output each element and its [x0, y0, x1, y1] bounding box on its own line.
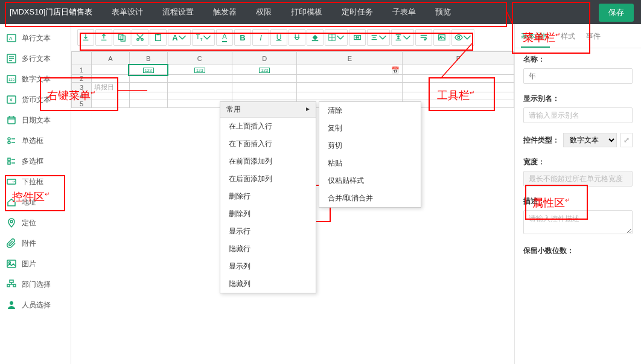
tab-basic[interactable]: 基本属性 — [521, 27, 550, 48]
cell[interactable] — [403, 65, 514, 75]
col-header-f[interactable]: F — [403, 52, 514, 65]
cm-insert-row-below[interactable]: 在下面插入行 — [220, 135, 316, 153]
lock-icon[interactable]: ⤢ — [620, 133, 633, 147]
cell[interactable] — [297, 75, 403, 83]
cm-hide-col[interactable]: 隐藏列 — [220, 275, 316, 293]
ctrl-number[interactable]: 123数字文本 — [0, 69, 71, 89]
cm-hide-row[interactable]: 隐藏行 — [220, 240, 316, 258]
cell[interactable] — [129, 100, 167, 108]
cm-delete-col[interactable]: 删除列 — [220, 205, 316, 223]
cm-merge[interactable]: 合并/取消合并 — [319, 190, 421, 207]
tool-border[interactable] — [325, 29, 348, 46]
cell[interactable]: 📅 — [297, 65, 403, 75]
cm-clear[interactable]: 清除 — [319, 102, 421, 120]
cell[interactable] — [232, 92, 296, 100]
tool-fillcolor[interactable] — [307, 29, 324, 46]
cm-copy[interactable]: 复制 — [319, 120, 421, 137]
tool-fontsize[interactable]: TT — [192, 29, 215, 46]
cell[interactable] — [92, 75, 130, 83]
row-header[interactable]: 4 — [72, 92, 92, 100]
tab-event[interactable]: 事件 — [586, 27, 601, 48]
row-header[interactable]: 1 — [72, 65, 92, 75]
context-menu-header[interactable]: 常用▸ — [220, 102, 316, 118]
tool-italic[interactable]: I — [252, 29, 269, 46]
prop-type-select[interactable]: 数字文本 — [563, 133, 617, 147]
save-button[interactable]: 保存 — [599, 4, 634, 22]
cell[interactable] — [92, 65, 130, 75]
cm-delete-row[interactable]: 删除行 — [220, 188, 316, 205]
tool-font[interactable]: A — [168, 29, 191, 46]
cm-insert-col-before[interactable]: 在前面添加列 — [220, 153, 316, 170]
cm-cut[interactable]: 剪切 — [319, 137, 421, 155]
cell[interactable] — [92, 100, 130, 108]
cell[interactable] — [232, 75, 296, 83]
menu-form-design[interactable]: 表单设计 — [102, 0, 153, 24]
ctrl-select[interactable]: 下拉框 — [0, 171, 71, 192]
corner-cell[interactable] — [72, 52, 92, 65]
cm-paste-style[interactable]: 仅粘贴样式 — [319, 172, 421, 190]
cell[interactable] — [232, 83, 296, 92]
cell[interactable] — [129, 92, 167, 100]
col-header-b[interactable]: B — [129, 52, 167, 65]
col-header-a[interactable]: A — [92, 52, 130, 65]
ctrl-location[interactable]: 定位 — [0, 212, 71, 233]
cell[interactable] — [403, 83, 514, 92]
prop-alias-input[interactable] — [523, 107, 633, 123]
row-header[interactable]: 5 — [72, 100, 92, 108]
tool-valign[interactable] — [391, 29, 414, 46]
tool-paste[interactable] — [150, 29, 167, 46]
tool-bold[interactable]: B — [234, 29, 251, 46]
prop-name-input[interactable] — [523, 68, 633, 84]
cm-insert-row-above[interactable]: 在上面插入行 — [220, 118, 316, 135]
menu-subform[interactable]: 子表单 — [383, 0, 426, 24]
cell[interactable]: 填报日 — [92, 83, 130, 92]
ctrl-radio[interactable]: 单选框 — [0, 130, 71, 151]
col-header-d[interactable]: D — [232, 52, 296, 65]
ctrl-checkbox[interactable]: 多选框 — [0, 151, 71, 171]
cell[interactable] — [129, 75, 167, 83]
tool-import[interactable] — [77, 29, 94, 46]
tool-fontcolor[interactable]: A — [216, 29, 233, 46]
tool-cut[interactable] — [132, 29, 148, 46]
row-header[interactable]: 3 — [72, 83, 92, 92]
menu-print[interactable]: 打印模板 — [281, 0, 332, 24]
menu-schedule[interactable]: 定时任务 — [332, 0, 383, 24]
prop-width-input[interactable] — [523, 171, 633, 187]
menu-trigger[interactable]: 触发器 — [203, 0, 246, 24]
cell[interactable] — [167, 75, 232, 83]
cell[interactable] — [297, 83, 403, 92]
tool-halign[interactable] — [367, 29, 390, 46]
cell[interactable]: 123 — [129, 65, 167, 75]
ctrl-single-text[interactable]: A单行文本 — [0, 28, 71, 48]
cell[interactable]: 123 — [232, 65, 296, 75]
cell[interactable]: 123 — [167, 65, 232, 75]
cm-paste[interactable]: 粘贴 — [319, 155, 421, 172]
ctrl-address[interactable]: 地址 — [0, 192, 71, 212]
tool-strike[interactable]: U — [289, 29, 305, 46]
cell[interactable] — [403, 92, 514, 100]
col-header-c[interactable]: C — [167, 52, 232, 65]
cm-show-row[interactable]: 显示行 — [220, 223, 316, 240]
cm-insert-col-after[interactable]: 在后面添加列 — [220, 170, 316, 188]
row-header[interactable]: 2 — [72, 75, 92, 83]
ctrl-multi-text[interactable]: 多行文本 — [0, 48, 71, 69]
cell[interactable] — [297, 92, 403, 100]
col-header-e[interactable]: E — [297, 52, 403, 65]
ctrl-currency[interactable]: ¥货币文本 — [0, 89, 71, 110]
tool-underline[interactable]: U — [270, 29, 287, 46]
cell[interactable] — [92, 92, 130, 100]
menu-preview[interactable]: 预览 — [426, 0, 461, 24]
ctrl-date[interactable]: 日期文本 — [0, 110, 71, 130]
tool-merge[interactable] — [349, 29, 366, 46]
cell[interactable] — [167, 83, 232, 92]
cm-show-col[interactable]: 显示列 — [220, 258, 316, 275]
ctrl-department[interactable]: 部门选择 — [0, 274, 71, 295]
tool-export[interactable] — [95, 29, 112, 46]
ctrl-person[interactable]: 人员选择 — [0, 295, 71, 315]
ctrl-attachment[interactable]: 附件 — [0, 233, 71, 254]
cell[interactable] — [403, 75, 514, 83]
ctrl-image[interactable]: 图片 — [0, 254, 71, 274]
prop-desc-input[interactable] — [523, 210, 633, 234]
menu-permission[interactable]: 权限 — [246, 0, 281, 24]
cell[interactable] — [129, 83, 167, 92]
